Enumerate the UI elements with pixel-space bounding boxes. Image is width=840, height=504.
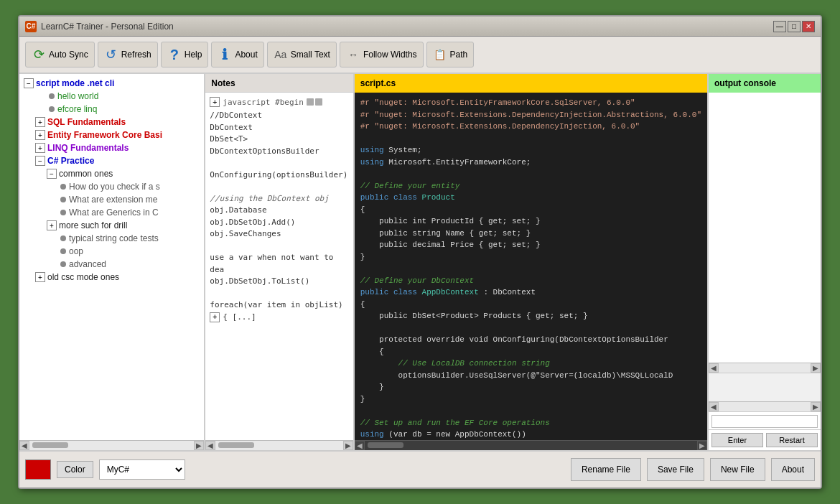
autosync-button[interactable]: ⟳ Auto Sync [25, 42, 95, 67]
tree-toggle[interactable]: + [47, 220, 57, 230]
about-button[interactable]: ℹ About [211, 42, 263, 67]
output-hscrollbar-2[interactable]: ◀ ▶ [709, 401, 821, 411]
code-line: // Define your DbContext [360, 275, 701, 287]
tree-bullet [49, 93, 55, 99]
rename-file-button[interactable]: Rename File [571, 458, 641, 481]
tree-item-label: Entity Framework Core Basi [47, 130, 162, 140]
tree-item-label: SQL Fundamentals [47, 117, 126, 127]
scroll-left-arrow[interactable]: ◀ [355, 441, 365, 450]
list-item[interactable]: + old csc mode ones [22, 271, 201, 284]
scroll-right-arrow[interactable]: ▶ [343, 441, 353, 450]
tree-toggle[interactable]: + [35, 272, 45, 282]
scroll-left-arrow[interactable]: ◀ [205, 441, 215, 450]
list-item[interactable]: hello world [22, 90, 201, 103]
scroll-track[interactable] [365, 441, 697, 450]
scroll-right-arrow[interactable]: ▶ [811, 363, 821, 373]
script-hscrollbar[interactable]: ◀ ▶ [355, 440, 707, 450]
tree-toggle[interactable]: + [35, 117, 45, 127]
tree-root-toggle[interactable]: − [24, 78, 34, 88]
scroll-right-arrow[interactable]: ▶ [697, 441, 707, 450]
script-content[interactable]: #r "nuget: Microsoft.EntityFrameworkCore… [355, 93, 707, 440]
scroll-left-arrow[interactable]: ◀ [709, 363, 719, 373]
code-line: using System; [360, 144, 701, 157]
notes-expand-btn[interactable]: + [210, 97, 220, 107]
notes-expand-btn-2[interactable]: + [210, 312, 220, 322]
help-button[interactable]: ? Help [161, 42, 209, 67]
color-button[interactable]: Color [57, 461, 93, 478]
list-item[interactable]: advanced [22, 258, 201, 271]
scroll-track[interactable] [29, 441, 194, 450]
notes-hscrollbar[interactable]: ◀ ▶ [205, 440, 353, 450]
tree-bullet [60, 197, 66, 202]
notes-header-label: Notes [211, 78, 235, 88]
list-item[interactable]: What are Generics in C [22, 206, 201, 219]
list-item[interactable]: − C# Practice [22, 154, 201, 167]
code-line: public class AppDbContext : DbContext [360, 286, 701, 299]
list-item[interactable]: + SQL Fundamentals [22, 116, 201, 129]
list-item[interactable]: How do you check if a s [22, 180, 201, 193]
code-line: // Define your entity [360, 180, 701, 192]
tree-item-label: common ones [59, 169, 113, 179]
output-input-field[interactable] [711, 415, 818, 428]
help-icon: ? [167, 47, 182, 62]
maximize-button[interactable]: □ [788, 21, 801, 32]
scroll-track[interactable] [719, 363, 811, 373]
tree-item-label: LINQ Fundamentals [47, 143, 129, 153]
output-panel: output console ◀ ▶ ◀ ▶ Enter Restart [707, 74, 821, 450]
scroll-left-arrow[interactable]: ◀ [19, 441, 29, 450]
new-file-button[interactable]: New File [710, 458, 765, 481]
tree-area[interactable]: − script mode .net cli hello world efcor… [19, 74, 204, 440]
refresh-button[interactable]: ↺ Refresh [98, 42, 158, 67]
tree-root[interactable]: − script mode .net cli [22, 77, 201, 90]
list-item[interactable]: typical string code tests [22, 232, 201, 245]
profile-dropdown[interactable]: MyC# Default Python JavaScript [99, 459, 185, 480]
close-button[interactable]: ✕ [802, 21, 815, 32]
code-line: { [360, 346, 701, 358]
notes-section-row[interactable]: + javascript #begin [210, 97, 348, 107]
notes-content[interactable]: + javascript #begin //DbContext DbContex… [205, 93, 353, 440]
tree-toggle[interactable]: − [35, 156, 45, 166]
notes-line: use a var when not want to dea [210, 252, 348, 276]
scroll-left-arrow[interactable]: ◀ [709, 402, 719, 411]
scroll-track[interactable] [719, 402, 811, 411]
color-swatch[interactable] [25, 459, 51, 480]
scroll-track[interactable] [215, 441, 342, 450]
notes-line: DbContextOptionsBuilder [210, 146, 348, 158]
smalltext-label: Small Text [291, 50, 330, 60]
path-label: Path [450, 50, 468, 60]
smalltext-button[interactable]: Aa Small Text [267, 42, 337, 67]
tree-bullet [60, 248, 66, 254]
output-content[interactable] [709, 93, 821, 363]
list-item[interactable]: − common ones [22, 167, 201, 180]
list-item[interactable]: + Entity Framework Core Basi [22, 129, 201, 141]
path-button[interactable]: 📋 Path [426, 42, 475, 67]
output-hscrollbar-1[interactable]: ◀ ▶ [709, 363, 821, 373]
notes-foreach-row[interactable]: + { [...] [210, 312, 348, 324]
scroll-right-arrow[interactable]: ▶ [194, 441, 204, 450]
tree-bullet [49, 106, 55, 112]
about-bottom-button[interactable]: About [771, 458, 815, 481]
code-line [360, 405, 701, 417]
list-item[interactable]: What are extension me [22, 193, 201, 206]
tree-toggle[interactable]: + [35, 130, 45, 140]
code-line: optionsBuilder.UseSqlServer(@"Server=(lo… [360, 370, 701, 382]
list-item[interactable]: + more such for drill [22, 219, 201, 232]
save-file-button[interactable]: Save File [647, 458, 704, 481]
tree-toggle[interactable]: − [47, 169, 57, 179]
followwidths-button[interactable]: ↔ Follow Widths [340, 42, 424, 67]
tree-hscrollbar[interactable]: ◀ ▶ [19, 440, 204, 450]
tree-item-label: What are Generics in C [69, 207, 159, 218]
tree-toggle[interactable]: + [35, 143, 45, 153]
list-item[interactable]: oop [22, 245, 201, 258]
list-item[interactable]: + LINQ Fundamentals [22, 141, 201, 154]
window-title: LearnC# Trainer - Personal Edition [41, 22, 773, 32]
enter-button[interactable]: Enter [711, 433, 763, 447]
notes-line: OnConfiguring(optionsBuilder) [210, 169, 348, 182]
list-item[interactable]: efcore linq [22, 103, 201, 116]
minimize-button[interactable]: — [773, 21, 786, 32]
notes-line [210, 181, 348, 193]
restart-button[interactable]: Restart [766, 433, 818, 447]
tree-panel: − script mode .net cli hello world efcor… [19, 74, 205, 450]
scroll-right-arrow[interactable]: ▶ [811, 402, 821, 411]
tree-item-label: hello world [57, 91, 98, 101]
